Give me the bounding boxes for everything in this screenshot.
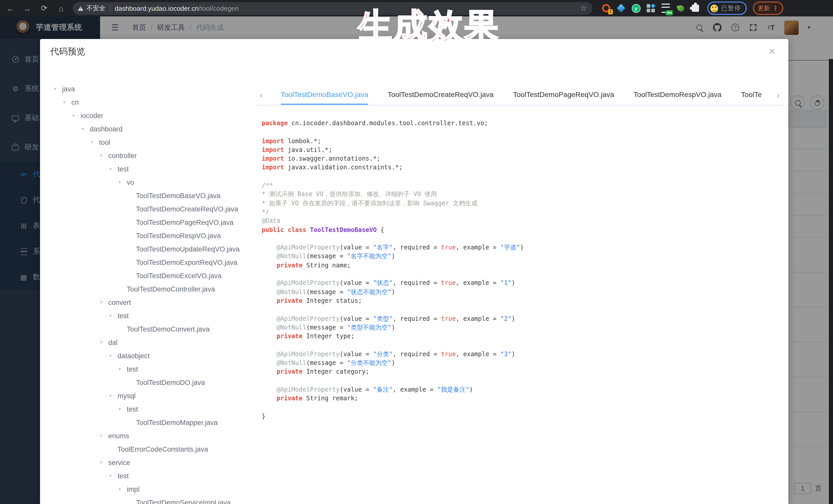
tree-node[interactable]: ▾java [50,82,256,95]
code-token [262,244,277,251]
tree-node[interactable]: ▾convert [50,296,256,309]
extension-gem-icon[interactable] [616,4,626,13]
code-token: (message = [306,253,347,260]
code-token: java.util.*; [284,146,332,153]
tree-node[interactable]: ▾ToolTestDemoCreateReqVO.java [50,202,256,216]
back-icon[interactable]: ← [4,2,17,15]
extension-leaf-icon[interactable] [676,4,685,13]
tree-caret-icon[interactable]: ▾ [54,86,62,91]
code-token: ) [469,386,473,393]
code-line: private String remark; [262,394,780,403]
forward-icon[interactable]: → [21,2,34,15]
tree-caret-icon[interactable]: ▾ [119,407,127,412]
tree-caret-icon[interactable]: ▾ [100,340,108,345]
code-line: @Data [262,217,780,226]
tree-node-label: java [62,85,75,93]
browser-menu-icon[interactable]: ⋮ [772,5,779,12]
tabs-scroll-right-icon[interactable]: › [774,84,783,105]
extension-apps-icon[interactable] [646,4,656,13]
tree-caret-icon[interactable]: ▾ [100,300,108,305]
code-line: import lombok.*; [262,137,780,146]
tree-node[interactable]: ▾ToolErrorCodeConstants.java [50,442,256,456]
tree-node[interactable]: ▾ToolTestDemoConvert.java [50,322,256,336]
tab-ToolTe[interactable]: ToolTe [731,84,771,105]
tree-node[interactable]: ▾ToolTestDemoController.java [50,282,256,296]
extension-ubuntu-icon[interactable]: 1 [601,4,611,13]
tree-node[interactable]: ▾ToolTestDemoRespVO.java [50,229,256,242]
tree-node[interactable]: ▾ToolTestDemoMapper.java [50,416,256,429]
tree-node[interactable]: ▾test [50,309,256,322]
browser-scrollbar[interactable] [829,59,833,504]
tabs-scroll-left-icon[interactable]: ‹ [257,84,266,105]
tree-node[interactable]: ▾test [50,362,256,376]
tree-node[interactable]: ▾ToolTestDemoExcelVO.java [50,269,256,282]
tree-caret-icon[interactable]: ▾ [119,366,127,371]
tree-node[interactable]: ▾ToolTestDemoUpdateReqVO.java [50,242,256,256]
tree-caret-icon[interactable]: ▾ [109,313,118,318]
close-icon[interactable]: ✕ [767,46,777,56]
tree-caret-icon[interactable]: ▾ [100,153,108,158]
code-token: @ApiModelProperty [277,280,340,287]
address-bar[interactable]: ! 不安全 dashboard.yudao.iocoder.cn /tool/c… [73,2,592,15]
tree-node[interactable]: ▾dataobject [50,349,256,362]
code-token: true [441,350,456,358]
tab-ToolTestDemoRespVO.java[interactable]: ToolTestDemoRespVO.java [624,84,731,105]
tree-node[interactable]: ▾ToolTestDemoExportReqVO.java [50,256,256,269]
code-token [262,350,277,358]
tree-node[interactable]: ▾ToolTestDemoPageReqVO.java [50,216,256,229]
browser-update-button[interactable]: 更新 ⋮ [753,2,783,15]
extensions-puzzle-icon[interactable] [691,4,700,13]
tree-caret-icon[interactable]: ▾ [109,353,118,358]
tab-ToolTestDemoCreateReqVO.java[interactable]: ToolTestDemoCreateReqVO.java [378,84,503,105]
extension-list-icon[interactable]: on [661,4,670,13]
tree-node[interactable]: ▾service [50,456,256,469]
tree-caret-icon[interactable]: ▾ [119,486,127,492]
tree-caret-icon[interactable]: ▾ [109,393,118,398]
tree-node[interactable]: ▾test [50,162,256,175]
tree-node[interactable]: ▾enums [50,429,256,442]
tree-caret-icon[interactable]: ▾ [109,473,118,478]
code-token: ) [520,244,524,251]
tree-node[interactable]: ▾mysql [50,389,256,402]
bookmark-star-icon[interactable]: ☆ [580,4,587,13]
tree-caret-icon[interactable]: ▾ [100,433,108,438]
tree-caret-icon[interactable]: ▾ [109,166,118,171]
tab-ToolTestDemoPageReqVO.java[interactable]: ToolTestDemoPageReqVO.java [503,84,624,105]
tree-node[interactable]: ▾vo [50,175,256,189]
code-line: @ApiModelProperty(value = "名字", required… [262,243,780,252]
tree-node[interactable]: ▾ToolTestDemoBaseVO.java [50,189,256,202]
home-icon[interactable]: ⌂ [54,2,68,15]
tree-caret-icon[interactable]: ▾ [81,126,90,131]
tree-node[interactable]: ▾dashboard [50,122,256,136]
reload-icon[interactable]: ⟳ [38,2,51,15]
tree-node[interactable]: ▾impl [50,482,256,496]
tree-node[interactable]: ▾test [50,469,256,482]
tree-node[interactable]: ▾ToolTestDemoServiceImpl.java [50,496,256,504]
annotation-text: 生成效果 [358,3,500,49]
tree-node[interactable]: ▾iocoder [50,109,256,122]
tree-node-label: test [118,472,129,480]
tree-node[interactable]: ▾tool [50,136,256,149]
tree-node-label: ToolTestDemoController.java [127,285,215,293]
code-line: import javax.validation.constraints.*; [262,164,780,172]
code-token: private [277,297,303,304]
tree-node[interactable]: ▾cn [50,95,256,109]
tree-node[interactable]: ▾dal [50,336,256,349]
tree-caret-icon[interactable]: ▾ [72,113,80,118]
code-token: lombok.*; [284,137,321,144]
profile-paused-chip[interactable]: 已暂停 [707,2,747,15]
security-warning-icon: ! [78,6,83,10]
tree-caret-icon[interactable]: ▾ [63,100,71,105]
tree-node[interactable]: ▾test [50,402,256,416]
tree-node-label: convert [108,298,131,306]
tree-caret-icon[interactable]: ▾ [119,179,127,185]
tab-ToolTestDemoBaseVO.java[interactable]: ToolTestDemoBaseVO.java [271,84,378,105]
tree-node[interactable]: ▾ToolTestDemoDO.java [50,376,256,389]
extension-yuque-icon[interactable]: y [631,4,641,13]
tree-node[interactable]: ▾controller [50,149,256,162]
url-host: dashboard.yudao.iocoder.cn [115,4,199,12]
code-token: */ [262,208,269,216]
security-label[interactable]: 不安全 [86,4,105,13]
tree-caret-icon[interactable]: ▾ [100,460,108,465]
tree-caret-icon[interactable]: ▾ [91,140,99,145]
